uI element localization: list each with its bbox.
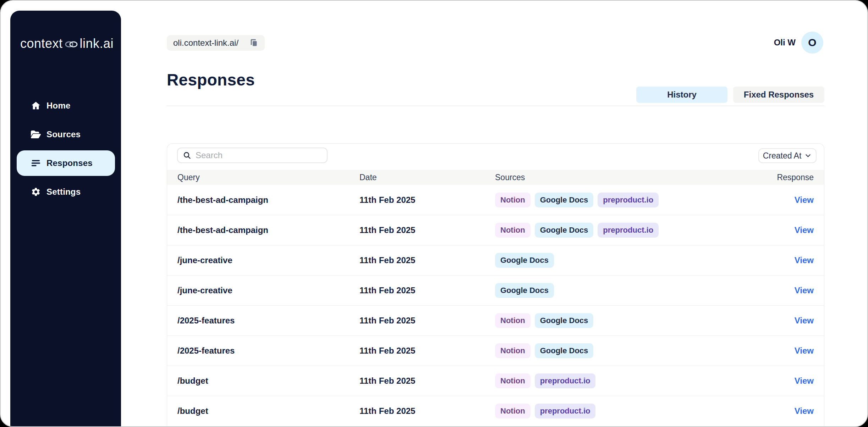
source-badge: Notion xyxy=(495,404,531,418)
row-date: 11th Feb 2025 xyxy=(359,195,495,205)
source-badge: Notion xyxy=(495,223,531,238)
table-row: /budget 11th Feb 2025 Notionpreproduct.i… xyxy=(167,396,824,426)
row-query: /the-best-ad-campaign xyxy=(177,195,359,205)
row-query: /june-creative xyxy=(177,255,359,265)
row-sources: NotionGoogle Docs xyxy=(495,343,750,358)
row-query: /june-creative xyxy=(177,285,359,295)
tab-fixed-responses[interactable]: Fixed Responses xyxy=(733,87,824,103)
sidebar-item-home[interactable]: Home xyxy=(17,93,115,118)
view-link[interactable]: View xyxy=(795,195,814,205)
table-header: Query Date Sources Response xyxy=(167,170,824,185)
source-badge: Google Docs xyxy=(535,223,594,238)
sort-dropdown[interactable]: Created At xyxy=(758,148,817,163)
source-badge: Google Docs xyxy=(535,193,594,207)
brand-suffix: link.ai xyxy=(80,36,114,51)
copy-icon[interactable] xyxy=(249,38,259,48)
row-date: 11th Feb 2025 xyxy=(359,376,495,386)
table-row: /june-creative 11th Feb 2025 Google Docs… xyxy=(167,245,824,275)
source-badge: preproduct.io xyxy=(598,223,659,238)
row-query: /budget xyxy=(177,406,359,416)
view-link[interactable]: View xyxy=(795,376,814,386)
row-date: 11th Feb 2025 xyxy=(359,406,495,416)
view-link[interactable]: View xyxy=(795,225,814,235)
view-link[interactable]: View xyxy=(795,406,814,416)
source-badge: Notion xyxy=(495,193,531,207)
source-badge: Notion xyxy=(495,313,531,328)
column-header-response: Response xyxy=(750,173,814,182)
response-tabs: History Fixed Responses xyxy=(636,87,824,103)
row-date: 11th Feb 2025 xyxy=(359,316,495,326)
source-badge: preproduct.io xyxy=(535,373,596,388)
row-date: 11th Feb 2025 xyxy=(359,346,495,356)
row-sources: NotionGoogle Docspreproduct.io xyxy=(495,193,750,207)
main-content: oli.context-link.ai/ Oli W O Responses H… xyxy=(121,1,867,426)
table-row: /june-creative 11th Feb 2025 Google Docs… xyxy=(167,275,824,305)
sidebar-item-label: Home xyxy=(46,101,70,111)
workspace-url-pill[interactable]: oli.context-link.ai/ xyxy=(167,35,265,51)
column-header-query: Query xyxy=(177,173,359,182)
column-header-sources: Sources xyxy=(495,173,750,182)
source-badge: Notion xyxy=(495,343,531,358)
list-lines-icon xyxy=(31,158,41,168)
row-sources: Notionpreproduct.io xyxy=(495,404,750,418)
view-link[interactable]: View xyxy=(795,255,814,265)
app-window: context link.ai Home Sources xyxy=(0,0,868,427)
search-icon xyxy=(183,151,191,160)
row-query: /2025-features xyxy=(177,346,359,356)
search-box[interactable] xyxy=(177,148,328,163)
sidebar-item-label: Sources xyxy=(46,129,81,139)
row-query: /2025-features xyxy=(177,316,359,326)
table-row: /budget 11th Feb 2025 Notionpreproduct.i… xyxy=(167,366,824,396)
chain-link-icon xyxy=(62,38,81,51)
sidebar-item-sources[interactable]: Sources xyxy=(17,122,115,147)
source-badge: Google Docs xyxy=(535,313,594,328)
table-row: /the-best-ad-campaign 11th Feb 2025 Noti… xyxy=(167,185,824,215)
home-icon xyxy=(31,101,41,111)
sort-label: Created At xyxy=(763,151,802,161)
page-title: Responses xyxy=(167,70,255,89)
table-body: /the-best-ad-campaign 11th Feb 2025 Noti… xyxy=(167,185,824,426)
table-row: /2025-features 11th Feb 2025 NotionGoogl… xyxy=(167,336,824,366)
row-sources: Notionpreproduct.io xyxy=(495,373,750,388)
row-date: 11th Feb 2025 xyxy=(359,255,495,265)
row-query: /budget xyxy=(177,376,359,386)
table-row: /the-best-ad-campaign 11th Feb 2025 Noti… xyxy=(167,215,824,245)
chevron-down-icon xyxy=(804,152,812,160)
row-sources: Google Docs xyxy=(495,253,750,268)
gear-icon xyxy=(31,187,41,197)
row-query: /the-best-ad-campaign xyxy=(177,225,359,235)
view-link[interactable]: View xyxy=(795,316,814,325)
user-name: Oli W xyxy=(774,38,796,48)
source-badge: Google Docs xyxy=(495,283,554,298)
row-date: 11th Feb 2025 xyxy=(359,285,495,295)
row-sources: Google Docs xyxy=(495,283,750,298)
source-badge: Google Docs xyxy=(495,253,554,268)
brand-logo: context link.ai xyxy=(20,36,121,51)
source-badge: Google Docs xyxy=(535,343,594,358)
row-date: 11th Feb 2025 xyxy=(359,225,495,235)
sidebar-item-label: Responses xyxy=(46,158,93,168)
source-badge: preproduct.io xyxy=(535,404,596,418)
source-badge: Notion xyxy=(495,373,531,388)
table-row: /2025-features 11th Feb 2025 NotionGoogl… xyxy=(167,305,824,336)
sidebar-item-responses[interactable]: Responses xyxy=(17,150,115,176)
sidebar-item-label: Settings xyxy=(46,187,81,197)
source-badge: preproduct.io xyxy=(598,193,659,207)
row-sources: NotionGoogle Docspreproduct.io xyxy=(495,223,750,238)
card-toolbar: Created At xyxy=(167,144,824,170)
avatar[interactable]: O xyxy=(801,32,823,54)
responses-card: Created At Query Date Sources Response /… xyxy=(167,143,824,427)
brand-prefix: context xyxy=(20,36,63,51)
search-input[interactable] xyxy=(196,150,322,160)
sidebar-nav: Home Sources Responses xyxy=(10,93,121,205)
sidebar-item-settings[interactable]: Settings xyxy=(17,179,115,205)
workspace-url: oli.context-link.ai/ xyxy=(173,38,249,48)
row-sources: NotionGoogle Docs xyxy=(495,313,750,328)
tab-history[interactable]: History xyxy=(636,87,727,103)
column-header-date: Date xyxy=(359,173,495,182)
view-link[interactable]: View xyxy=(795,346,814,355)
sidebar: context link.ai Home Sources xyxy=(10,11,121,426)
header-divider xyxy=(167,106,824,106)
user-chip[interactable]: Oli W O xyxy=(774,32,823,54)
view-link[interactable]: View xyxy=(795,285,814,295)
